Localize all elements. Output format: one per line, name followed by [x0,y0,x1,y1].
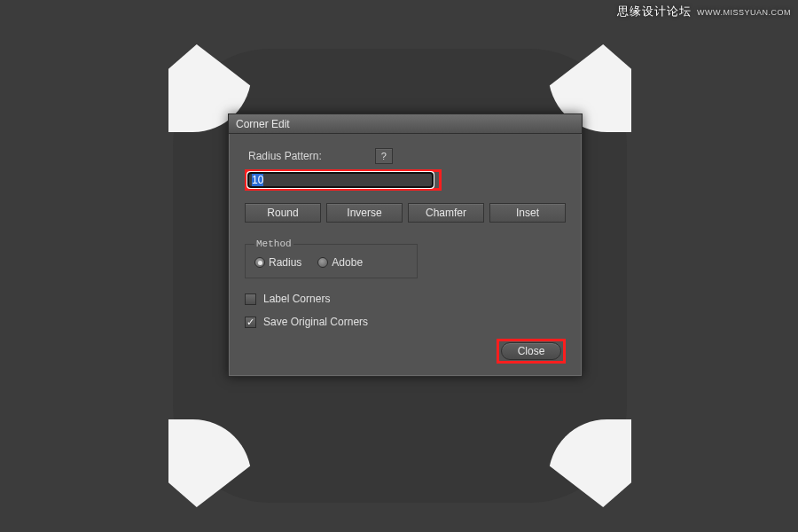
corner-type-button-row: Round Inverse Chamfer Inset [245,203,566,223]
method-radius-option[interactable]: Radius [254,256,301,269]
watermark: 思缘设计论坛 WWW.MISSYUAN.COM [617,4,791,20]
close-button[interactable]: Close [501,342,561,360]
inset-button[interactable]: Inset [489,203,566,223]
round-button[interactable]: Round [245,203,321,223]
checkbox-icon [245,293,256,305]
chamfer-button[interactable]: Chamfer [408,203,484,223]
inverse-button[interactable]: Inverse [326,203,403,223]
method-legend: Method [254,239,293,249]
radius-pattern-label: Radius Pattern: [248,150,322,162]
save-original-checkbox[interactable]: Save Original Corners [245,316,566,328]
method-fieldset: Method Radius Adobe [245,239,418,278]
help-button[interactable]: ? [375,148,393,164]
dialog-title: Corner Edit [236,118,290,130]
dialog-titlebar[interactable]: Corner Edit [229,114,582,134]
method-radius-label: Radius [269,256,301,269]
label-corners-checkbox[interactable]: Label Corners [245,293,566,305]
corner-edit-dialog: Corner Edit Radius Pattern: ? Round Inve… [228,113,583,377]
watermark-url: WWW.MISSYUAN.COM [697,8,791,17]
method-radio-row: Radius Adobe [254,256,408,269]
method-adobe-option[interactable]: Adobe [317,256,363,269]
radius-input-wrap [247,172,439,188]
corner-shape-bl [168,419,252,507]
corner-shape-br [549,419,632,507]
method-adobe-label: Adobe [332,256,363,269]
radio-icon [254,257,265,268]
label-corners-text: Label Corners [263,293,330,305]
watermark-text: 思缘设计论坛 [617,4,692,20]
dialog-footer: Close [245,339,566,364]
close-button-highlight: Close [497,339,566,364]
save-original-text: Save Original Corners [263,316,368,328]
dialog-body: Radius Pattern: ? Round Inverse Chamfer … [229,134,582,376]
radio-icon [317,257,328,268]
radius-pattern-input[interactable] [247,172,434,188]
radius-pattern-row: Radius Pattern: ? [248,148,566,164]
radius-input-highlight [245,169,442,191]
checkbox-icon [245,317,256,328]
